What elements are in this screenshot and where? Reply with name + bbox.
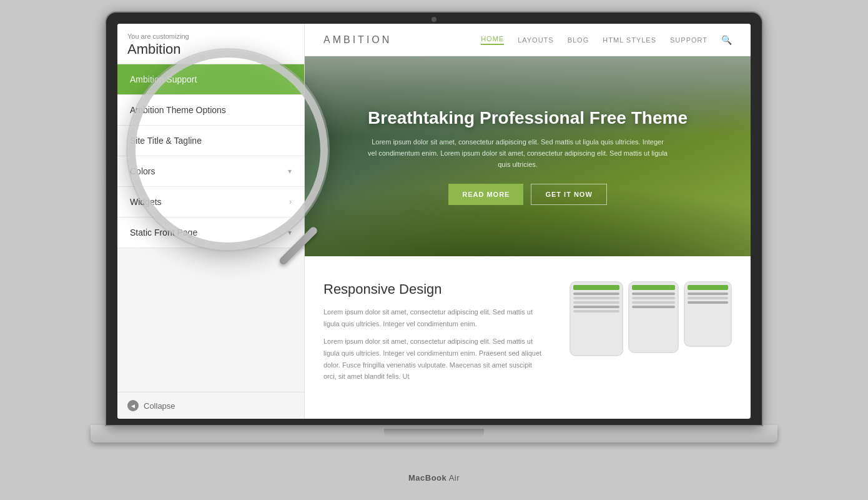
hero-section: Breathtaking Professional Free Theme Lor… <box>305 56 751 256</box>
phone-mockups <box>570 281 732 356</box>
nav-link-layouts[interactable]: LAYOUTS <box>518 36 554 44</box>
sidebar-item-label: Ambition Support <box>130 74 197 84</box>
collapse-icon: ◄ <box>127 400 139 411</box>
get-it-now-button[interactable]: GET IT NOW <box>531 184 606 205</box>
chevron-right-icon: › <box>289 198 292 206</box>
phone-mockup-3 <box>684 281 732 347</box>
sidebar-item-label: Ambition Theme Options <box>130 105 226 115</box>
nav-link-html-styles[interactable]: HTML STYLES <box>603 36 656 44</box>
sidebar-item-label: Static Front Page <box>130 228 197 238</box>
content-text-2: Lorem ipsum dolor sit amet, consectetur … <box>323 336 545 382</box>
read-more-button[interactable]: READ MORE <box>448 184 523 205</box>
content-title: Responsive Design <box>323 281 545 298</box>
sidebar-menu: Ambition Support Ambition Theme Options … <box>117 64 304 392</box>
collapse-label: Collapse <box>144 401 175 411</box>
screen-bezel: You are customizing Ambition Ambition Su… <box>106 12 762 425</box>
sidebar-item-widgets[interactable]: Widgets › <box>117 187 304 218</box>
wp-navbar: AMBITION HOME LAYOUTS BLOG HTML STYLES S… <box>305 24 751 56</box>
screen-inner: You are customizing Ambition Ambition Su… <box>117 24 751 419</box>
nav-link-home[interactable]: HOME <box>481 35 504 45</box>
hero-content: Breathtaking Professional Free Theme Lor… <box>355 95 700 218</box>
theme-name: Ambition <box>127 41 294 58</box>
sidebar-item-colors[interactable]: Colors ▾ <box>117 156 304 187</box>
search-icon[interactable]: 🔍 <box>721 35 732 45</box>
sidebar-item-label: Site Title & Tagline <box>130 136 202 146</box>
camera-dot <box>432 17 436 22</box>
content-text-1: Lorem ipsum dolor sit amet, consectetur … <box>323 306 545 329</box>
nav-link-support[interactable]: SUPPORT <box>670 36 708 44</box>
sidebar-item-label: Colors <box>130 166 155 176</box>
phone-mockup-2 <box>628 281 679 353</box>
content-left: Responsive Design Lorem ipsum dolor sit … <box>323 281 545 389</box>
content-section: Responsive Design Lorem ipsum dolor sit … <box>305 256 751 414</box>
laptop-wrapper: You are customizing Ambition Ambition Su… <box>0 0 868 500</box>
nav-links: HOME LAYOUTS BLOG HTML STYLES SUPPORT 🔍 <box>481 35 732 45</box>
chevron-down-icon: ▾ <box>288 228 292 237</box>
sidebar-item-static-front-page[interactable]: Static Front Page ▾ <box>117 218 304 248</box>
customizing-label: You are customizing <box>127 32 294 40</box>
nav-link-blog[interactable]: BLOG <box>568 36 589 44</box>
sidebar-item-ambition-support[interactable]: Ambition Support <box>117 64 304 95</box>
laptop-frame: You are customizing Ambition Ambition Su… <box>91 12 777 488</box>
phone-mockup-1 <box>570 281 623 356</box>
hero-buttons: READ MORE GET IT NOW <box>368 184 688 205</box>
sidebar-item-ambition-theme-options[interactable]: Ambition Theme Options <box>117 95 304 126</box>
laptop-notch <box>384 429 484 438</box>
hero-title: Breathtaking Professional Free Theme <box>368 108 688 129</box>
collapse-button[interactable]: ◄ Collapse <box>117 392 304 419</box>
laptop-label: MacBook Air <box>408 473 460 482</box>
laptop-base: MacBook Air <box>91 425 777 442</box>
sidebar-item-label: Widgets <box>130 197 162 207</box>
chevron-right-icon: ▾ <box>288 167 292 176</box>
sidebar-header: You are customizing Ambition <box>117 24 304 64</box>
site-logo: AMBITION <box>323 34 392 46</box>
sidebar-item-site-title[interactable]: Site Title & Tagline <box>117 126 304 156</box>
content-right <box>570 281 732 389</box>
customizer-sidebar: You are customizing Ambition Ambition Su… <box>117 24 305 419</box>
preview-area: AMBITION HOME LAYOUTS BLOG HTML STYLES S… <box>305 24 751 419</box>
hero-subtitle: Lorem ipsum dolor sit amet, consectetur … <box>368 137 668 170</box>
